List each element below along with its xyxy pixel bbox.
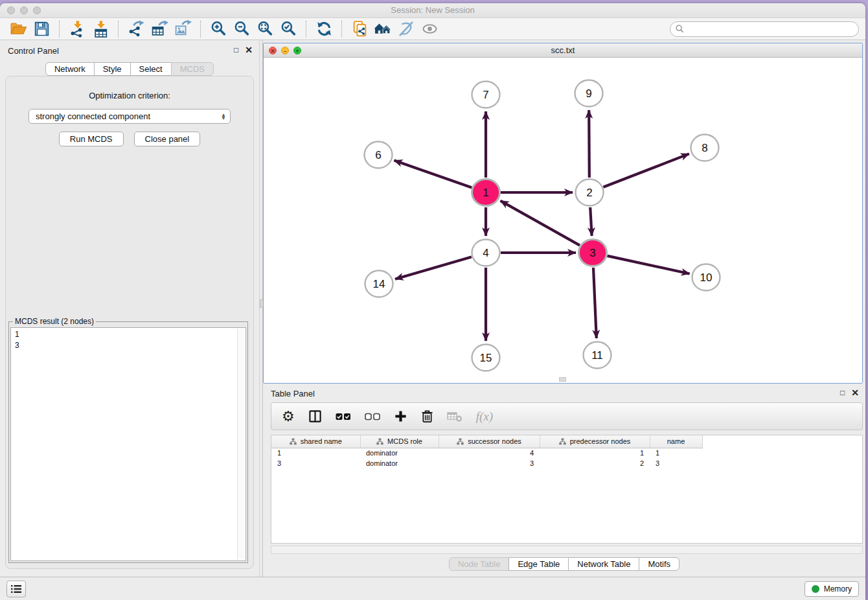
refresh-icon[interactable] bbox=[312, 19, 336, 39]
column-header-predecessor-nodes[interactable]: predecessor nodes bbox=[540, 435, 650, 448]
export-table-icon[interactable] bbox=[148, 19, 171, 39]
mcds-result-title: MCDS result (2 nodes) bbox=[13, 317, 96, 326]
graph-node-7[interactable]: 7 bbox=[472, 82, 500, 108]
table-toolbar: ⚙ bbox=[271, 402, 863, 430]
svg-text:1: 1 bbox=[483, 187, 488, 199]
table-panel-title: Table Panel bbox=[271, 389, 315, 398]
edge-3-10[interactable] bbox=[608, 256, 690, 274]
graph-node-14[interactable]: 14 bbox=[365, 271, 393, 297]
close-panel-icon[interactable]: ✕ bbox=[245, 45, 253, 54]
export-network-icon[interactable] bbox=[124, 19, 148, 39]
graph-node-6[interactable]: 6 bbox=[365, 142, 393, 168]
edge-4-14[interactable] bbox=[395, 257, 472, 279]
column-header-shared-name[interactable]: shared name bbox=[271, 435, 360, 448]
import-network-icon[interactable] bbox=[65, 19, 89, 39]
column-tree-icon bbox=[559, 438, 566, 445]
float-table-panel-icon[interactable]: □ bbox=[840, 388, 845, 397]
table-cell[interactable]: 1 bbox=[650, 448, 702, 458]
import-table-icon[interactable] bbox=[89, 19, 112, 39]
canvas-splitter-grip[interactable] bbox=[559, 377, 566, 382]
tab-motifs[interactable]: Motifs bbox=[639, 557, 680, 571]
graph-node-10[interactable]: 10 bbox=[692, 264, 720, 291]
control-panel: Control Panel □ ✕ NetworkStyleSelectMCDS… bbox=[0, 40, 259, 577]
table-horizontal-scrollbar[interactable] bbox=[271, 546, 863, 554]
tab-network-table[interactable]: Network Table bbox=[568, 557, 639, 571]
tab-network[interactable]: Network bbox=[45, 62, 95, 76]
tab-style[interactable]: Style bbox=[94, 62, 131, 76]
list-icon bbox=[10, 584, 22, 594]
table-cell[interactable]: 1 bbox=[271, 448, 360, 458]
tab-edge-table[interactable]: Edge Table bbox=[508, 557, 569, 571]
network-canvas[interactable]: 7968124314101511 bbox=[264, 58, 862, 383]
column-header-successor-nodes[interactable]: successor nodes bbox=[439, 435, 540, 448]
delete-column-trash-icon[interactable] bbox=[421, 410, 433, 423]
zoom-fit-icon[interactable] bbox=[253, 19, 277, 39]
graph-node-15[interactable]: 15 bbox=[472, 345, 500, 371]
table-cell[interactable]: 3 bbox=[439, 458, 540, 468]
graph-node-4[interactable]: 4 bbox=[472, 240, 500, 266]
toolbar-separator bbox=[200, 21, 201, 38]
column-header-name[interactable]: name bbox=[650, 435, 702, 448]
run-mcds-button[interactable]: Run MCDS bbox=[59, 132, 124, 146]
graph-node-9[interactable]: 9 bbox=[575, 80, 603, 107]
open-folder-icon[interactable] bbox=[6, 19, 30, 39]
tab-select[interactable]: Select bbox=[130, 62, 172, 76]
table-cell[interactable]: dominator bbox=[360, 448, 439, 458]
optimization-criterion-select[interactable]: strongly connected component ▲▼ bbox=[29, 109, 231, 124]
float-panel-icon[interactable]: □ bbox=[234, 45, 238, 54]
export-image-icon[interactable] bbox=[171, 19, 194, 39]
close-table-panel-icon[interactable]: ✕ bbox=[851, 388, 859, 397]
edge-2-8[interactable] bbox=[603, 154, 689, 187]
table-cell[interactable]: 3 bbox=[650, 458, 702, 468]
add-column-icon[interactable] bbox=[394, 410, 407, 423]
neighbors-houses-icon[interactable] bbox=[371, 19, 394, 39]
table-cell[interactable]: dominator bbox=[360, 458, 439, 468]
delete-table-icon bbox=[447, 411, 463, 422]
svg-text:14: 14 bbox=[373, 278, 385, 290]
table-panel-tabs: Node TableEdge TableNetwork TableMotifs bbox=[263, 555, 865, 573]
svg-text:2: 2 bbox=[586, 187, 592, 199]
network-graph[interactable]: 7968124314101511 bbox=[264, 58, 862, 383]
graph-node-1[interactable]: 1 bbox=[472, 179, 500, 206]
toggle-graphics-icon[interactable] bbox=[394, 19, 418, 39]
mcds-panel: Optimization criterion: strongly connect… bbox=[5, 76, 254, 569]
table-cell[interactable]: 2 bbox=[540, 458, 650, 468]
edge-2-3[interactable] bbox=[590, 207, 591, 236]
graph-node-2[interactable]: 2 bbox=[576, 179, 604, 206]
select-all-checkboxes-icon[interactable] bbox=[336, 412, 351, 421]
table-cell[interactable]: 4 bbox=[439, 448, 540, 458]
table-cell[interactable]: 1 bbox=[540, 448, 650, 458]
memory-button[interactable]: Memory bbox=[805, 581, 859, 597]
edge-3-1[interactable] bbox=[501, 201, 580, 246]
tab-node-table[interactable]: Node Table bbox=[449, 557, 510, 571]
network-window-titlebar[interactable]: ✕ – + scc.txt bbox=[264, 43, 862, 58]
gear-icon[interactable]: ⚙ bbox=[282, 410, 295, 424]
zoom-selected-icon[interactable] bbox=[277, 19, 300, 39]
graph-node-3[interactable]: 3 bbox=[579, 240, 607, 266]
status-bar: Memory bbox=[0, 577, 865, 600]
save-icon[interactable] bbox=[30, 19, 53, 39]
eye-icon[interactable] bbox=[418, 19, 441, 39]
edge-2-9[interactable] bbox=[589, 110, 589, 178]
split-columns-icon[interactable] bbox=[308, 410, 322, 423]
mcds-result-textarea[interactable]: 1 3 bbox=[10, 327, 246, 561]
search-input[interactable] bbox=[670, 21, 859, 37]
clear-selection-checkboxes-icon[interactable] bbox=[365, 412, 380, 421]
tab-mcds[interactable]: MCDS bbox=[171, 62, 214, 76]
zoom-in-icon[interactable] bbox=[207, 19, 230, 39]
graph-node-11[interactable]: 11 bbox=[584, 342, 611, 369]
clone-network-icon[interactable] bbox=[348, 19, 371, 39]
close-panel-button[interactable]: Close panel bbox=[134, 132, 201, 146]
task-history-button[interactable] bbox=[6, 581, 26, 597]
edge-3-11[interactable] bbox=[593, 268, 597, 338]
graph-node-8[interactable]: 8 bbox=[691, 135, 719, 161]
edge-1-6[interactable] bbox=[394, 161, 472, 188]
table-row[interactable]: 1dominator411 bbox=[271, 448, 702, 458]
svg-text:10: 10 bbox=[700, 271, 713, 284]
node-table[interactable]: shared nameMCDS rolesuccessor nodesprede… bbox=[271, 435, 863, 544]
column-header-mcds-role[interactable]: MCDS role bbox=[360, 435, 439, 448]
table-row[interactable]: 3dominator323 bbox=[271, 458, 702, 468]
zoom-out-icon[interactable] bbox=[230, 19, 253, 39]
result-scrollbar[interactable] bbox=[237, 329, 245, 560]
table-cell[interactable]: 3 bbox=[271, 458, 360, 468]
